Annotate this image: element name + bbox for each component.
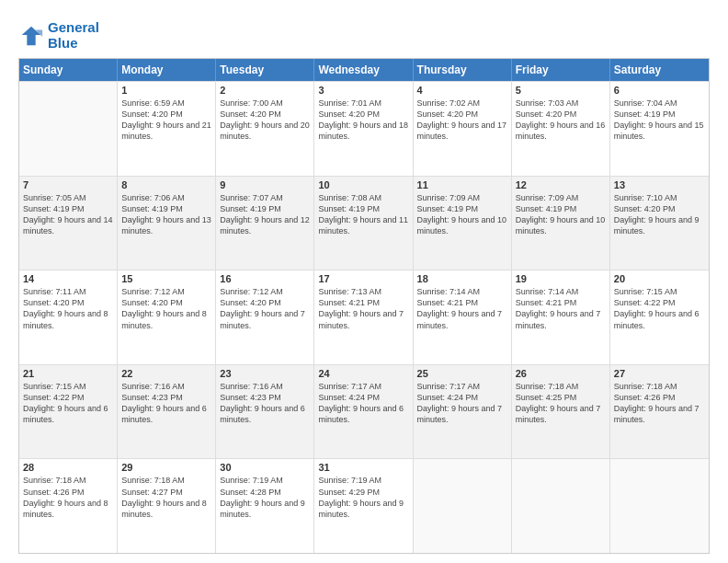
day-number: 22 [121,368,211,379]
table-row: 13Sunrise: 7:10 AMSunset: 4:20 PMDayligh… [610,177,709,270]
day-number: 19 [516,273,606,284]
cell-info-line: Sunset: 4:21 PM [417,297,507,308]
cell-info-line: Sunset: 4:20 PM [220,297,310,308]
calendar-body: 1Sunrise: 6:59 AMSunset: 4:20 PMDaylight… [19,81,709,553]
table-row: 9Sunrise: 7:07 AMSunset: 4:19 PMDaylight… [216,177,314,270]
day-number: 28 [23,462,113,473]
table-row: 8Sunrise: 7:06 AMSunset: 4:19 PMDaylight… [118,177,216,270]
cal-header-tuesday: Tuesday [216,59,314,81]
table-row: 6Sunrise: 7:04 AMSunset: 4:19 PMDaylight… [610,82,709,176]
day-number: 5 [516,85,606,96]
cell-info-line: Sunset: 4:24 PM [318,392,408,403]
table-row [610,459,709,553]
cell-info-line: Sunset: 4:28 PM [220,487,310,498]
day-number: 10 [318,179,408,190]
cell-info-line: Daylight: 9 hours and 8 minutes. [121,498,211,520]
cal-header-sunday: Sunday [19,59,118,81]
cell-info-line: Sunrise: 7:18 AM [121,475,211,486]
cal-header-thursday: Thursday [414,59,512,81]
day-number: 26 [516,368,606,379]
cell-info-line: Sunrise: 7:12 AM [121,286,211,297]
day-number: 31 [318,462,408,473]
cell-info-line: Sunset: 4:27 PM [121,487,211,498]
cell-info-line: Sunrise: 7:14 AM [417,286,507,297]
day-number: 8 [121,179,211,190]
cell-info-line: Daylight: 9 hours and 16 minutes. [516,120,606,142]
cell-info-line: Sunset: 4:19 PM [516,203,606,214]
cell-info-line: Daylight: 9 hours and 14 minutes. [23,214,113,236]
table-row: 27Sunrise: 7:18 AMSunset: 4:26 PMDayligh… [610,365,709,459]
cal-header-wednesday: Wednesday [314,59,413,81]
cell-info-line: Sunset: 4:21 PM [516,297,606,308]
cell-info-line: Sunrise: 7:16 AM [220,381,310,392]
cell-info-line: Daylight: 9 hours and 9 minutes. [614,214,705,236]
table-row: 2Sunrise: 7:00 AMSunset: 4:20 PMDaylight… [216,82,314,176]
cell-info-line: Sunset: 4:19 PM [220,203,310,214]
logo-icon [18,23,44,49]
cell-info-line: Sunset: 4:23 PM [220,392,310,403]
cell-info-line: Sunset: 4:26 PM [23,487,113,498]
cell-info-line: Sunset: 4:20 PM [220,109,310,120]
day-number: 30 [220,462,310,473]
cell-info-line: Sunset: 4:19 PM [614,109,705,120]
day-number: 17 [318,273,408,284]
cell-info-line: Daylight: 9 hours and 17 minutes. [417,120,507,142]
cal-header-monday: Monday [118,59,216,81]
cell-info-line: Sunset: 4:22 PM [614,297,705,308]
cal-week-5: 28Sunrise: 7:18 AMSunset: 4:26 PMDayligh… [19,458,709,553]
cell-info-line: Sunrise: 7:07 AM [220,192,310,203]
day-number: 11 [417,179,507,190]
cell-info-line: Daylight: 9 hours and 7 minutes. [516,403,606,425]
cell-info-line: Sunset: 4:19 PM [121,203,211,214]
day-number: 12 [516,179,606,190]
cell-info-line: Sunrise: 7:02 AM [417,98,507,109]
cell-info-line: Sunrise: 7:13 AM [318,286,408,297]
cell-info-line: Sunrise: 7:15 AM [23,381,113,392]
day-number: 4 [417,85,507,96]
cell-info-line: Sunset: 4:22 PM [23,392,113,403]
table-row: 24Sunrise: 7:17 AMSunset: 4:24 PMDayligh… [314,365,413,459]
cell-info-line: Daylight: 9 hours and 6 minutes. [23,403,113,425]
table-row: 10Sunrise: 7:08 AMSunset: 4:19 PMDayligh… [314,177,413,270]
day-number: 16 [220,273,310,284]
cell-info-line: Sunrise: 7:19 AM [318,475,408,486]
day-number: 7 [23,179,113,190]
cell-info-line: Sunset: 4:29 PM [318,487,408,498]
table-row: 28Sunrise: 7:18 AMSunset: 4:26 PMDayligh… [19,459,118,553]
table-row: 20Sunrise: 7:15 AMSunset: 4:22 PMDayligh… [610,270,709,364]
cell-info-line: Sunset: 4:23 PM [121,392,211,403]
day-number: 23 [220,368,310,379]
day-number: 9 [220,179,310,190]
cell-info-line: Sunrise: 7:08 AM [318,192,408,203]
table-row: 11Sunrise: 7:09 AMSunset: 4:19 PMDayligh… [414,177,512,270]
day-number: 25 [417,368,507,379]
cell-info-line: Sunset: 4:19 PM [318,203,408,214]
cell-info-line: Sunrise: 7:19 AM [220,475,310,486]
table-row: 16Sunrise: 7:12 AMSunset: 4:20 PMDayligh… [216,270,314,364]
table-row [414,459,512,553]
cell-info-line: Daylight: 9 hours and 10 minutes. [516,214,606,236]
cell-info-line: Sunrise: 7:10 AM [614,192,705,203]
header: General Blue [18,17,710,51]
cell-info-line: Daylight: 9 hours and 7 minutes. [417,403,507,425]
cell-info-line: Sunrise: 7:09 AM [417,192,507,203]
table-row: 15Sunrise: 7:12 AMSunset: 4:20 PMDayligh… [118,270,216,364]
cell-info-line: Daylight: 9 hours and 7 minutes. [516,308,606,330]
cal-header-saturday: Saturday [610,59,709,81]
cell-info-line: Sunset: 4:20 PM [614,203,705,214]
cell-info-line: Sunrise: 7:06 AM [121,192,211,203]
cell-info-line: Daylight: 9 hours and 8 minutes. [23,308,113,330]
cell-info-line: Daylight: 9 hours and 11 minutes. [318,214,408,236]
cell-info-line: Sunset: 4:20 PM [121,109,211,120]
cell-info-line: Sunset: 4:25 PM [516,392,606,403]
cell-info-line: Daylight: 9 hours and 7 minutes. [318,308,408,330]
cell-info-line: Daylight: 9 hours and 15 minutes. [614,120,705,142]
cell-info-line: Sunset: 4:20 PM [516,109,606,120]
cell-info-line: Sunset: 4:19 PM [417,203,507,214]
cell-info-line: Sunset: 4:24 PM [417,392,507,403]
cell-info-line: Daylight: 9 hours and 12 minutes. [220,214,310,236]
page: General Blue SundayMondayTuesdayWednesda… [0,0,728,563]
table-row: 12Sunrise: 7:09 AMSunset: 4:19 PMDayligh… [512,177,610,270]
cell-info-line: Sunrise: 7:17 AM [417,381,507,392]
day-number: 14 [23,273,113,284]
